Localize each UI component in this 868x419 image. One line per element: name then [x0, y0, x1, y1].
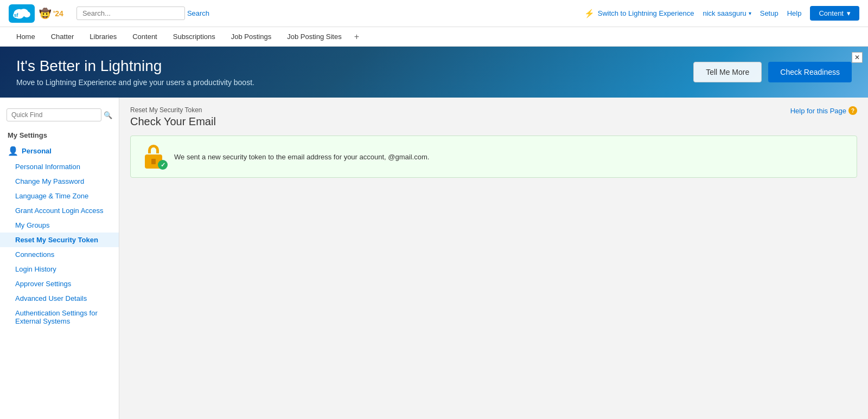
sidebar-section-title: My Settings — [0, 126, 119, 143]
content-button-label: Content — [819, 9, 844, 17]
success-text: We sent a new security token to the emai… — [174, 153, 429, 161]
content-area: Reset My Security Token Check Your Email… — [119, 98, 868, 419]
svg-point-2 — [23, 11, 30, 17]
email-suffix: @gmail.com. — [388, 153, 429, 161]
setup-link[interactable]: Setup — [760, 9, 778, 17]
page-header-left: Reset My Security Token Check Your Email — [130, 106, 216, 128]
page-header: Reset My Security Token Check Your Email… — [130, 106, 857, 128]
top-navigation: sf 🤠 '24 Search ⚡ Switch to Lightning Ex… — [0, 0, 868, 27]
lightning-switch-link[interactable]: ⚡ Switch to Lightning Experience — [584, 9, 694, 18]
global-search-input[interactable] — [76, 7, 185, 20]
page-title: Check Your Email — [130, 115, 216, 128]
banner-subtext: Move to Lightning Experience and give yo… — [16, 78, 254, 87]
content-button[interactable]: Content ▾ — [810, 6, 859, 21]
sidebar-item-login-history[interactable]: Login History — [0, 262, 119, 276]
nav-chatter[interactable]: Chatter — [43, 27, 82, 47]
nav-content[interactable]: Content — [125, 27, 165, 47]
sidebar-item-auth-settings[interactable]: Authentication Settings for External Sys… — [0, 306, 119, 328]
banner-text: It's Better in Lightning Move to Lightni… — [16, 57, 254, 87]
sidebar-quick-find-input[interactable] — [7, 108, 101, 121]
help-for-page-link[interactable]: Help for this Page ? — [790, 106, 857, 115]
sidebar-item-grant-access[interactable]: Grant Account Login Access — [0, 203, 119, 218]
search-area: Search — [76, 7, 209, 20]
user-name: nick saasguru — [703, 9, 746, 17]
check-icon: ✓ — [158, 160, 168, 170]
banner-heading: It's Better in Lightning — [16, 57, 254, 75]
nav-subscriptions[interactable]: Subscriptions — [165, 27, 224, 47]
sidebar-personal-header[interactable]: 👤 Personal — [0, 143, 119, 159]
sidebar-item-language-timezone[interactable]: Language & Time Zone — [0, 189, 119, 203]
add-nav-item-button[interactable]: + — [350, 32, 363, 42]
help-link[interactable]: Help — [787, 9, 802, 17]
check-readiness-button[interactable]: Check Readiness — [768, 62, 852, 82]
quick-find-wrap: 🔍 — [0, 104, 119, 126]
logo-area: sf 🤠 '24 — [9, 4, 63, 23]
user-menu-chevron: ▾ — [749, 10, 751, 16]
nav-job-postings[interactable]: Job Postings — [224, 27, 279, 47]
lightning-switch-label: Switch to Lightning Experience — [598, 9, 694, 17]
breadcrumb: Reset My Security Token — [130, 106, 216, 114]
user-menu[interactable]: nick saasguru ▾ — [703, 9, 751, 17]
sidebar-item-personal-information[interactable]: Personal Information — [0, 159, 119, 174]
nav-home[interactable]: Home — [9, 27, 43, 47]
sidebar-personal-label: Personal — [22, 147, 52, 155]
sidebar-item-change-password[interactable]: Change My Password — [0, 174, 119, 189]
tell-me-more-button[interactable]: Tell Me More — [693, 62, 762, 82]
global-search-button[interactable]: Search — [187, 9, 209, 17]
success-message-box: ✓ We sent a new security token to the em… — [130, 136, 857, 178]
lock-shackle — [148, 145, 159, 153]
person-icon: 👤 — [8, 146, 18, 156]
help-circle-icon: ? — [848, 106, 857, 115]
top-right-nav: ⚡ Switch to Lightning Experience nick sa… — [584, 6, 859, 21]
sidebar-item-my-groups[interactable]: My Groups — [0, 218, 119, 233]
sidebar-item-connections[interactable]: Connections — [0, 247, 119, 262]
search-icon: 🔍 — [104, 111, 112, 119]
salesforce-logo: sf — [9, 4, 35, 23]
lightning-banner: It's Better in Lightning Move to Lightni… — [0, 47, 868, 98]
lock-icon-wrap: ✓ — [142, 145, 165, 169]
nav-libraries[interactable]: Libraries — [82, 27, 125, 47]
success-message-text: We sent a new security token to the emai… — [174, 153, 386, 161]
main-layout: 🔍 My Settings 👤 Personal Personal Inform… — [0, 98, 868, 419]
lightning-icon: ⚡ — [584, 9, 595, 18]
nav-job-posting-sites[interactable]: Job Posting Sites — [279, 27, 349, 47]
dreamforce-badge: 🤠 '24 — [39, 8, 63, 20]
secondary-navigation: Home Chatter Libraries Content Subscript… — [0, 27, 868, 47]
content-button-chevron: ▾ — [847, 9, 851, 17]
banner-close-button[interactable]: ✕ — [852, 52, 863, 63]
help-for-page-label: Help for this Page — [790, 107, 846, 115]
banner-actions: Tell Me More Check Readiness — [693, 62, 852, 82]
sidebar: 🔍 My Settings 👤 Personal Personal Inform… — [0, 98, 119, 419]
sidebar-item-advanced-user-details[interactable]: Advanced User Details — [0, 291, 119, 306]
sidebar-item-reset-security-token[interactable]: Reset My Security Token — [0, 233, 119, 247]
svg-text:sf: sf — [14, 12, 18, 18]
sidebar-item-approver-settings[interactable]: Approver Settings — [0, 276, 119, 291]
